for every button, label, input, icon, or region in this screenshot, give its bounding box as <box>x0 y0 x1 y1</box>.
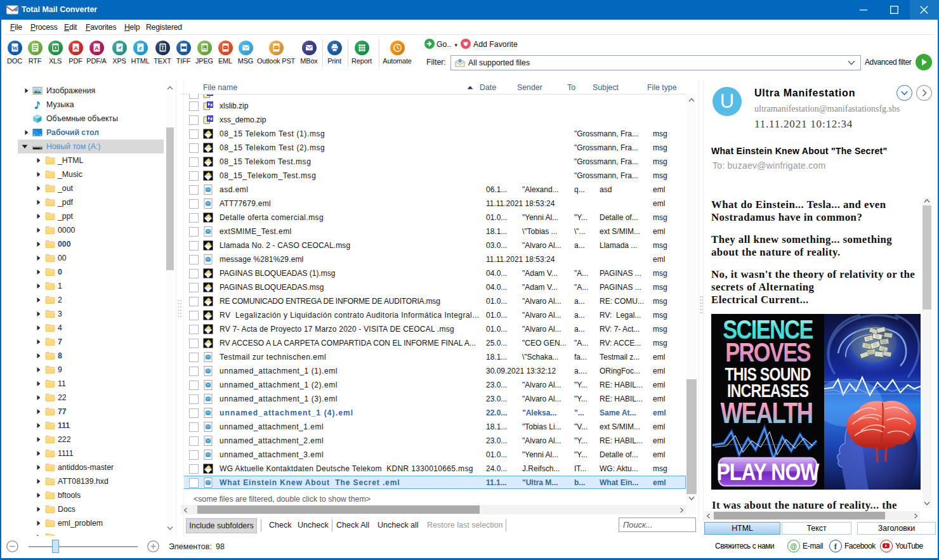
svg-text:PLAY NOW: PLAY NOW <box>716 459 819 485</box>
svg-text:A: A <box>95 45 99 51</box>
svg-text:WEALTH: WEALTH <box>720 396 812 429</box>
svg-text:f: f <box>834 542 837 551</box>
svg-text:PROVES: PROVES <box>725 337 811 367</box>
svg-text:@: @ <box>790 542 797 550</box>
